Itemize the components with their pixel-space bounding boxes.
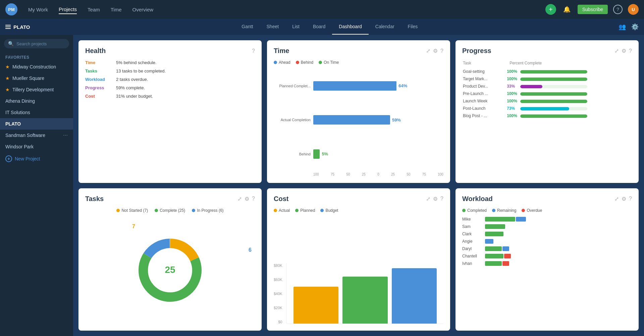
task-name: Target Mark...: [463, 76, 506, 82]
task-name: Pre-Launch ...: [463, 90, 506, 97]
behind-bar: [313, 149, 320, 159]
ahead-dot: [274, 61, 277, 64]
tab-files[interactable]: Files: [401, 19, 425, 35]
sidebar-item-label: Tillery Development: [12, 87, 54, 92]
person-name: Sam: [462, 224, 482, 229]
remaining-bar: [485, 239, 493, 244]
new-project-button[interactable]: + New Project: [0, 152, 73, 165]
time-bar-planned: Planned Complet... 64%: [274, 81, 443, 91]
nav-overview[interactable]: Overview: [132, 5, 154, 14]
pct-bar-bg: [520, 100, 587, 103]
time-title: Time: [274, 47, 426, 55]
person-name: Angie: [462, 239, 482, 244]
pct-label: 100%: [507, 91, 519, 96]
time-expand-btn[interactable]: ⤢: [426, 48, 430, 54]
bell-icon[interactable]: 🔔: [561, 4, 572, 15]
sidebar-item-plato[interactable]: PLATO: [0, 118, 73, 130]
cost-card-header: Cost ⤢ ⚙ ?: [274, 195, 443, 203]
sidebar-item-windsor[interactable]: Windsor Park: [0, 141, 73, 152]
workload-help-btn[interactable]: ?: [629, 196, 632, 202]
tab-sheet[interactable]: Sheet: [260, 19, 286, 35]
plus-icon: +: [5, 155, 12, 162]
workload-person-row: Ivhan: [462, 261, 632, 266]
cost-chart: $80K $60K $40K $20K $0: [274, 217, 443, 324]
pct-bar-fill: [520, 78, 587, 81]
sidebar-item-midway[interactable]: ★ Midway Construction: [0, 61, 73, 73]
actual-bar-container: 59%: [313, 115, 443, 125]
progress-expand-btn[interactable]: ⤢: [614, 48, 619, 54]
time-card: Time ⤢ ⚙ ? Ahead Behind On Tim: [267, 40, 450, 183]
sidebar-item-sandman[interactable]: Sandman Software ⋯: [0, 130, 73, 141]
tab-gantt[interactable]: Gantt: [235, 19, 260, 35]
workload-title: Workload: [462, 195, 614, 203]
planned-bar: [313, 81, 396, 91]
time-help-btn[interactable]: ?: [440, 48, 443, 54]
progress-settings-btn[interactable]: ⚙: [622, 48, 626, 54]
pct-bar-fill: [520, 107, 569, 110]
cost-help-btn[interactable]: ?: [440, 196, 443, 202]
legend-behind: Behind: [296, 60, 313, 65]
search-input[interactable]: [16, 41, 65, 46]
progress-help-btn[interactable]: ?: [629, 48, 632, 54]
person-name: Chantell: [462, 254, 482, 258]
time-bar-actual: Actual Completion 59%: [274, 115, 443, 125]
tasks-settings-btn[interactable]: ⚙: [245, 196, 249, 202]
help-icon[interactable]: ?: [613, 5, 623, 14]
subscribe-button[interactable]: Subscribe: [578, 5, 608, 14]
more-icon[interactable]: ⋯: [63, 133, 68, 138]
not-started-dot: [116, 209, 120, 212]
add-icon[interactable]: +: [545, 4, 556, 15]
task-name: Product Dev...: [463, 83, 506, 90]
nav-team[interactable]: Team: [88, 5, 100, 14]
legend-ahead: Ahead: [274, 60, 290, 65]
collab-icon[interactable]: 👥: [619, 23, 626, 31]
y-label-20k: $20K: [274, 306, 282, 310]
time-settings-btn[interactable]: ⚙: [433, 48, 438, 54]
progress-row: Target Mark... 100%: [463, 76, 631, 82]
tasks-expand-btn[interactable]: ⤢: [237, 196, 242, 202]
workload-actions: ⤢ ⚙ ?: [614, 196, 632, 202]
logo[interactable]: PM: [5, 3, 17, 15]
tab-list[interactable]: List: [285, 19, 306, 35]
nav-my-work[interactable]: My Work: [28, 5, 48, 14]
tab-calendar[interactable]: Calendar: [369, 19, 401, 35]
person-bars: [485, 254, 511, 258]
tasks-legend: Not Started (7) Complete (25) In Progres…: [85, 208, 255, 213]
tab-dashboard[interactable]: Dashboard: [332, 19, 369, 35]
settings-icon[interactable]: ⚙️: [631, 23, 639, 31]
behind-label: Behind: [301, 60, 313, 65]
workload-person-row: Chantell: [462, 254, 632, 258]
workload-expand-btn[interactable]: ⤢: [614, 196, 619, 202]
sidebar-item-it[interactable]: IT Solutions: [0, 107, 73, 118]
search-bar: 🔍: [4, 39, 69, 48]
sidebar-item-athena[interactable]: Athena Dining: [0, 95, 73, 107]
health-tasks-label: Tasks: [85, 68, 112, 74]
tab-board[interactable]: Board: [306, 19, 332, 35]
sidebar-item-mueller[interactable]: ★ Mueller Square: [0, 73, 73, 84]
completed-bar: [485, 217, 515, 222]
health-card: Health ? Time 5% behind schedule. Tasks …: [78, 40, 262, 183]
cost-settings-btn[interactable]: ⚙: [433, 196, 438, 202]
user-avatar[interactable]: U: [628, 4, 639, 15]
sidebar-item-tillery[interactable]: ★ Tillery Development: [0, 84, 73, 95]
cost-legend: Actual Planned Budget: [274, 208, 443, 213]
health-workload-label: Workload: [85, 77, 112, 82]
nav-projects[interactable]: Projects: [59, 5, 77, 14]
nav-time[interactable]: Time: [111, 5, 122, 14]
person-name: Daryl: [462, 246, 482, 251]
behind-bar-container: 5%: [313, 149, 443, 159]
ontime-label: On Time: [324, 60, 339, 65]
health-cost-row: Cost 31% under budget.: [85, 94, 255, 99]
tasks-help-btn[interactable]: ?: [252, 196, 255, 202]
actual-label: Actual Completion: [274, 118, 311, 122]
workload-settings-btn[interactable]: ⚙: [622, 196, 626, 202]
hamburger-icon[interactable]: [5, 25, 11, 29]
health-help-btn[interactable]: ?: [252, 48, 255, 54]
workload-person-row: Mike: [462, 217, 632, 222]
progress-row: Post-Launch 73%: [463, 105, 631, 112]
person-bars: [485, 239, 493, 244]
actual-dot: [274, 209, 277, 212]
overdue-bar: [504, 254, 511, 258]
planned-dot: [295, 209, 299, 212]
cost-expand-btn[interactable]: ⤢: [426, 196, 430, 202]
